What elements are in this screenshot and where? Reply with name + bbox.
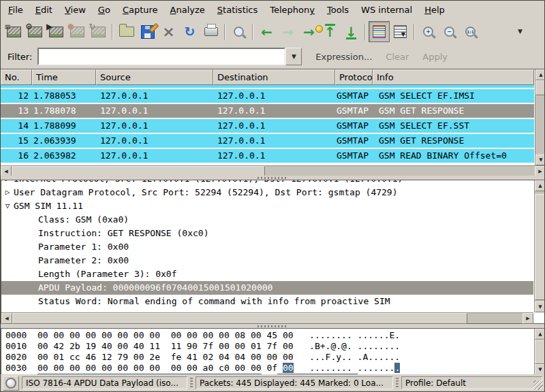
close-file-button[interactable]: × [158,21,179,42]
menu-go[interactable]: Go [92,2,116,18]
printer-icon [204,27,218,36]
toolbar-overflow-button[interactable]: ▼ [510,21,531,42]
go-to-bottom-button[interactable]: ↓ [341,21,362,42]
packet-row[interactable]: 152.063939127.0.0.1127.0.0.1GSMTAPGSM GE… [1,134,534,148]
packet-row[interactable]: 141.788099127.0.0.1127.0.0.1GSMTAPGSM SE… [1,119,534,133]
menu-tools[interactable]: Tools [321,2,355,18]
clear-button[interactable]: Clear [386,52,409,62]
apply-button[interactable]: Apply [422,52,448,62]
selected-byte[interactable]: 00 [283,363,294,373]
status-profile[interactable]: Profile: Default [401,376,542,389]
zoom-100-button[interactable]: 1:1 [460,21,481,42]
save-floppy-icon [141,25,155,39]
expander-icon[interactable]: ▽ [1,199,14,213]
resize-grip-icon[interactable] [533,380,543,390]
details-hscrollbar[interactable]: ◀ ▶ [1,312,533,323]
packet-row-selected[interactable]: 131.788078127.0.0.1127.0.0.1GSMTAPGSM GE… [1,104,534,118]
filter-input[interactable] [37,48,285,65]
zoom-in-button[interactable]: + [418,21,439,42]
go-to-top-button[interactable]: ↑ [320,21,341,42]
detail-line[interactable]: Class: GSM (0xa0) [1,213,533,227]
reload-button[interactable]: ↻ [179,21,200,42]
vscroll-thumb[interactable] [535,194,545,300]
scroll-right-icon: ▶ [526,316,529,321]
detail-line[interactable]: Instruction: GET RESPONSE (0xc0) [1,227,533,240]
hex-row[interactable]: 0020 00 01 cc 46 12 79 00 2e fe 41 02 04… [5,352,533,363]
save-file-button[interactable] [137,21,158,42]
toolbar-separator [112,24,113,40]
filter-label-button[interactable]: Filter: [7,52,32,62]
hex-dump-view[interactable]: 0000 00 00 00 00 00 00 00 00 00 00 00 00… [1,330,533,375]
scroll-down-button[interactable]: ▼ [535,301,545,312]
vscroll-thumb[interactable] [535,340,545,364]
packet-row[interactable]: 121.788053127.0.0.1127.0.0.1GSMTAPGSM SE… [1,89,534,103]
menu-ws-internal[interactable]: WS internal [355,2,418,18]
column-header-no[interactable]: No. [1,69,32,85]
zoom-out-button[interactable]: − [439,21,460,42]
packet-row[interactable]: 111.787891127.0.0.1127.0.0.1GSMTAPGSM GE… [1,85,534,88]
expert-info-button[interactable] [3,376,19,391]
statusbar-handle-icon [396,378,399,388]
hscroll-thumb[interactable] [12,313,467,324]
go-to-packet-button[interactable]: → [298,21,320,42]
expression-button[interactable]: Expression... [315,52,372,62]
colorize-toggle-button[interactable] [369,21,390,42]
detail-line[interactable]: ▷User Datagram Protocol, Src Port: 52294… [1,186,533,199]
top-arrow-icon: ↑ [324,25,336,39]
menu-statistics[interactable]: Statistics [211,2,264,18]
main-toolbar: ≡ ⚙ ▶ ● ↻ × ↻ [1,19,544,45]
column-header-destination[interactable]: Destination [213,69,335,85]
scroll-up-button[interactable]: ▲ [535,180,545,191]
menu-view[interactable]: View [59,2,92,18]
hex-row[interactable]: 0000 00 00 00 00 00 00 00 00 00 00 00 00… [5,330,533,341]
menu-edit[interactable]: Edit [29,2,59,18]
expander-icon[interactable]: ▷ [1,180,14,186]
hex-row[interactable]: 0010 00 42 2b 19 40 00 40 11 11 90 7f 00… [5,341,533,352]
column-header-time[interactable]: Time [32,69,96,85]
capture-options-button[interactable]: ⚙ [25,21,46,42]
detail-line[interactable]: Status Word: Normal ending of command wi… [1,295,533,308]
capture-restart-button[interactable]: ↻ [88,21,109,42]
find-button[interactable] [228,21,249,42]
filter-history-button[interactable]: ▼ [285,48,302,65]
detail-line-selected[interactable]: APDU Payload: 000000096f0704001500150102… [1,281,533,295]
menu-analyze[interactable]: Analyze [164,2,211,18]
list-interfaces-button[interactable]: ≡ [3,21,25,42]
packet-row[interactable]: 162.063982127.0.0.1127.0.0.1GSMTAPGSM RE… [1,149,534,163]
vscroll-thumb[interactable] [535,80,545,95]
column-header-info[interactable]: Info [373,69,534,85]
details-vscrollbar[interactable]: ▲ ▼ [534,180,545,312]
menu-file[interactable]: File [2,2,29,18]
detail-line[interactable]: Parameter 2: 0x00 [1,254,533,267]
detail-line[interactable]: ▷Internet Protocol, Src: 127.0.0.1 (127.… [1,180,533,186]
menu-telephony[interactable]: Telephony [264,2,321,18]
scroll-down-icon: ▼ [539,158,542,163]
go-forward-button[interactable]: → [277,21,298,42]
packet-list-hscrollbar[interactable]: ◀ ▶ [1,165,545,176]
scroll-down-button[interactable]: ▼ [535,364,545,375]
detail-line[interactable]: Parameter 1: 0x00 [1,240,533,254]
selected-ascii[interactable]: . [394,363,400,373]
print-button[interactable] [200,21,221,42]
open-file-button[interactable] [116,21,137,42]
column-header-source[interactable]: Source [96,69,213,85]
scroll-up-button[interactable]: ▲ [535,329,545,340]
packet-list-vscrollbar[interactable]: ▲ ▼ [535,69,545,165]
go-back-button[interactable]: ← [256,21,277,42]
toolbar-separator [252,24,253,40]
detail-line[interactable]: ▽GSM SIM 11.11 [1,199,533,213]
detail-line[interactable]: Length (Parameter 3): 0x0f [1,267,533,281]
hex-vscrollbar[interactable]: ▲ ▼ [534,329,545,375]
scroll-up-button[interactable]: ▲ [535,69,545,80]
hex-row[interactable]: 0030 00 00 00 00 00 00 00 00 00 00 a0 c0… [5,363,533,374]
menu-help[interactable]: Help [418,2,451,18]
column-header-protocol[interactable]: Protocol [335,69,373,85]
scroll-left-button[interactable]: ◀ [1,313,12,324]
capture-start-button[interactable]: ▶ [46,21,67,42]
scroll-down-button[interactable]: ▼ [535,154,545,165]
menu-capture[interactable]: Capture [116,2,164,18]
scroll-right-button[interactable]: ▶ [523,313,533,324]
expander-icon[interactable]: ▷ [1,186,14,199]
capture-stop-button[interactable]: ● [67,21,88,42]
auto-scroll-toggle-button[interactable]: ▼ [390,21,411,42]
